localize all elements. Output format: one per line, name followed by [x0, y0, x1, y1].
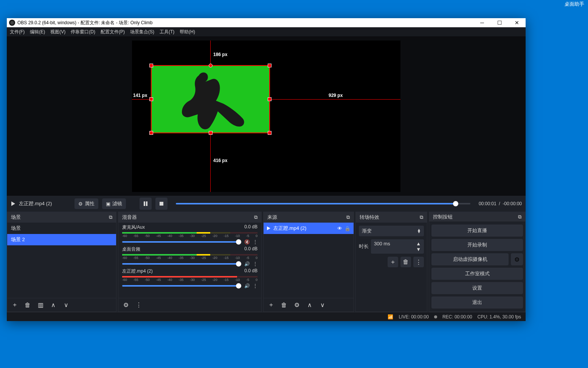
- resize-handle-bl[interactable]: [149, 131, 153, 135]
- docks-row: 场景 ⧉ 场景 场景 2 ＋ 🗑 ▥ ∧ ∨ 混音器 ⧉: [7, 212, 526, 312]
- resize-handle-ml[interactable]: [149, 97, 153, 101]
- select-arrows-icon: ▲▼: [417, 229, 421, 233]
- volume-thumb[interactable]: [236, 261, 241, 267]
- start-virtual-cam-button[interactable]: 启动虚拟摄像机: [431, 253, 509, 265]
- speaker-icon[interactable]: 🔊: [244, 261, 250, 267]
- add-transition-button[interactable]: ＋: [388, 257, 398, 267]
- guide-line-right: [270, 99, 400, 100]
- resize-handle-tm[interactable]: [209, 64, 213, 67]
- status-bar: 📶 LIVE: 00:00:00 REC: 00:00:00 CPU: 1.4%…: [7, 312, 526, 321]
- guide-label-top: 186 px: [213, 52, 227, 57]
- dock-popout-icon[interactable]: ⧉: [518, 214, 521, 220]
- mixer-menu-button[interactable]: ⋮: [133, 300, 144, 310]
- resize-handle-bm[interactable]: [209, 131, 213, 135]
- window-minimize-button[interactable]: ─: [473, 18, 491, 27]
- menu-tools[interactable]: 工具(T): [160, 29, 174, 35]
- seek-thumb[interactable]: [453, 201, 458, 206]
- preview-area[interactable]: 186 px 141 px 929 px 416 px: [7, 36, 526, 196]
- menu-edit[interactable]: 编辑(E): [30, 29, 45, 35]
- track-menu-button[interactable]: ⋮: [253, 261, 258, 267]
- audio-meter: [122, 254, 258, 256]
- dock-popout-icon[interactable]: ⧉: [420, 214, 423, 220]
- track-menu-button[interactable]: ⋮: [253, 239, 258, 245]
- dock-popout-icon[interactable]: ⧉: [254, 214, 258, 220]
- filters-button[interactable]: ▣ 滤镜: [102, 198, 126, 209]
- pause-button[interactable]: [140, 198, 152, 210]
- guide-label-right: 929 px: [329, 93, 343, 98]
- source-lock-icon[interactable]: 🔒: [344, 226, 351, 231]
- meter-ticks: -60-55-50-45-40-35-30-25-20-15-10-50: [122, 234, 258, 238]
- selected-source-box[interactable]: [151, 65, 270, 133]
- menu-profile[interactable]: 配置文件(P): [101, 29, 125, 35]
- start-recording-button[interactable]: 开始录制: [431, 239, 523, 251]
- scene-item[interactable]: 场景 2: [7, 234, 116, 245]
- mixer-dock: 混音器 ⧉ 麦克风/Aux 0.0 dB -60-55-50-45-40-35-…: [118, 212, 262, 312]
- stop-icon: [159, 201, 164, 206]
- volume-thumb[interactable]: [236, 283, 241, 288]
- dock-popout-icon[interactable]: ⧉: [109, 214, 112, 220]
- move-scene-down-button[interactable]: ∨: [61, 300, 71, 310]
- status-cpu: CPU: 1.4%, 30.00 fps: [478, 314, 521, 320]
- volume-thumb[interactable]: [236, 239, 241, 245]
- remove-scene-button[interactable]: 🗑: [22, 300, 33, 310]
- studio-mode-button[interactable]: 工作室模式: [431, 268, 523, 280]
- transition-select[interactable]: 渐变 ▲▼: [359, 226, 424, 236]
- preview-canvas[interactable]: 186 px 141 px 929 px 416 px: [132, 41, 400, 192]
- window-close-button[interactable]: ✕: [508, 18, 526, 27]
- source-visibility-icon[interactable]: 👁: [337, 226, 342, 231]
- menu-view[interactable]: 视图(V): [50, 29, 65, 35]
- stop-button[interactable]: [155, 198, 168, 210]
- move-source-up-button[interactable]: ∧: [304, 300, 315, 310]
- scene-item[interactable]: 场景: [7, 223, 116, 234]
- window-maximize-button[interactable]: ☐: [491, 18, 508, 27]
- duration-spinbox[interactable]: 300 ms ▲▼: [371, 239, 424, 254]
- source-properties-button[interactable]: ⚙: [292, 300, 302, 310]
- dock-popout-icon[interactable]: ⧉: [346, 214, 350, 220]
- svg-rect-1: [146, 201, 147, 206]
- properties-label: 属性: [85, 200, 95, 207]
- volume-slider[interactable]: [122, 285, 241, 287]
- virtual-cam-settings-button[interactable]: ⚙: [511, 253, 523, 265]
- menu-dock[interactable]: 停靠窗口(D): [71, 29, 95, 35]
- scene-filter-button[interactable]: ▥: [35, 300, 46, 310]
- guide-label-bottom: 416 px: [213, 158, 227, 163]
- remove-source-button[interactable]: 🗑: [279, 300, 289, 310]
- window-title: OBS 29.0.2 (64-bit, windows) - 配置文件: 未命名…: [17, 20, 152, 26]
- move-source-down-button[interactable]: ∨: [317, 300, 328, 310]
- transition-menu-button[interactable]: ⋮: [413, 257, 424, 267]
- seek-fill: [176, 203, 456, 204]
- volume-slider[interactable]: [122, 241, 241, 243]
- add-scene-button[interactable]: ＋: [9, 300, 20, 310]
- titlebar[interactable]: OBS 29.0.2 (64-bit, windows) - 配置文件: 未命名…: [7, 18, 526, 27]
- source-item[interactable]: 左正蹬.mp4 (2) 👁 🔒: [264, 223, 354, 234]
- controls-dock: 控制按钮 ⧉ 开始直播 开始录制 启动虚拟摄像机 ⚙ 工作室模式 设置 退出: [429, 212, 526, 312]
- time-sep: /: [499, 201, 500, 206]
- resize-handle-tr[interactable]: [268, 64, 272, 67]
- remove-transition-button[interactable]: 🗑: [400, 257, 411, 267]
- mixer-settings-button[interactable]: ⚙: [121, 300, 131, 310]
- seek-slider[interactable]: [176, 203, 470, 204]
- properties-button[interactable]: ⚙ 属性: [74, 198, 98, 209]
- mute-icon[interactable]: 🔇: [244, 239, 250, 245]
- gear-icon: ⚙: [78, 201, 83, 207]
- resize-handle-mr[interactable]: [268, 97, 272, 101]
- menu-scene-collection[interactable]: 场景集合(S): [130, 29, 154, 35]
- meter-ticks: -60-55-50-45-40-35-30-25-20-15-10-50: [122, 256, 258, 260]
- resize-handle-tl[interactable]: [149, 64, 153, 67]
- menu-help[interactable]: 帮助(H): [180, 29, 195, 35]
- track-menu-button[interactable]: ⋮: [253, 283, 258, 288]
- status-rec: REC: 00:00:00: [442, 314, 472, 320]
- add-source-button[interactable]: ＋: [266, 300, 276, 310]
- mixer-track: 桌面音频 0.0 dB -60-55-50-45-40-35-30-25-20-…: [118, 245, 261, 267]
- filters-label: 滤镜: [112, 200, 122, 207]
- menu-file[interactable]: 文件(F): [10, 29, 25, 35]
- start-streaming-button[interactable]: 开始直播: [431, 225, 523, 237]
- transition-select-value: 渐变: [362, 228, 372, 234]
- speaker-icon[interactable]: 🔊: [244, 283, 250, 288]
- exit-button[interactable]: 退出: [431, 296, 523, 309]
- resize-handle-br[interactable]: [268, 131, 272, 135]
- move-scene-up-button[interactable]: ∧: [48, 300, 59, 310]
- settings-button[interactable]: 设置: [431, 282, 523, 294]
- mixer-title: 混音器: [122, 214, 137, 221]
- volume-slider[interactable]: [122, 263, 241, 265]
